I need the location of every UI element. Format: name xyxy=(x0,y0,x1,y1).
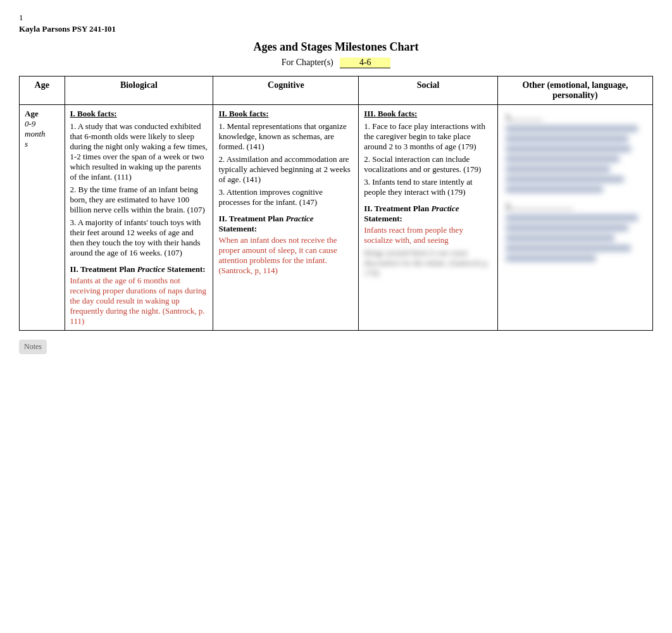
other-cell: 1. _______ 2. _______ _______ xyxy=(497,105,652,331)
soc-treatment-text: Infants react from people they socialize… xyxy=(364,225,492,245)
bio-fact-3: 3. A majority of infants' touch toys wit… xyxy=(70,218,208,258)
milestones-table: Age Biological Cognitive Social Other (e… xyxy=(19,76,653,331)
bio-treatment-text: Infants at the age of 6 months not recei… xyxy=(70,276,208,326)
age-label: Age xyxy=(25,109,59,119)
col-header-other: Other (emotional, language, personality) xyxy=(497,77,652,105)
chapter-label: For Chapter(s) xyxy=(282,58,333,67)
bio-treatment-heading: II. Treatment Plan Practice Statement: xyxy=(70,264,208,274)
social-cell: III. Book facts: 1. Face to face play in… xyxy=(359,105,498,331)
biological-cell: I. Book facts: 1. A study that was condu… xyxy=(65,105,213,331)
bottom-bar-text: Notes xyxy=(24,342,42,351)
bio-section-heading: I. Book facts: xyxy=(70,109,208,119)
col-header-social: Social xyxy=(359,77,498,105)
cog-treatment-heading: II. Treatment Plan Practice Statement: xyxy=(218,214,353,234)
bio-fact-2: 2. By the time frame of an infant being … xyxy=(70,185,208,215)
cog-fact-1: 1. Mental representations that organize … xyxy=(218,121,353,152)
chapter-line: For Chapter(s) 4-6 xyxy=(19,58,653,68)
col-header-age: Age xyxy=(20,77,65,105)
age-range-part2: month xyxy=(25,129,46,138)
soc-fact-1: 1. Face to face play interactions with t… xyxy=(364,121,492,152)
page: 1 Kayla Parsons PSY 241-I01 Ages and Sta… xyxy=(0,0,672,633)
soc-facts-list: 1. Face to face play interactions with t… xyxy=(364,121,492,197)
col-header-biological: Biological xyxy=(65,77,213,105)
chart-title: Ages and Stages Milestones Chart xyxy=(19,40,653,54)
cog-treatment-text: When an infant does not receive the prop… xyxy=(218,235,353,276)
age-range-part3: s xyxy=(25,139,28,149)
soc-section-heading: III. Book facts: xyxy=(364,109,492,119)
col-header-cognitive: Cognitive xyxy=(213,77,359,105)
cog-section-heading: II. Book facts: xyxy=(218,109,353,119)
age-range-part1: 0-9 xyxy=(25,119,35,128)
soc-treatment-heading: II. Treatment Plan Practice Statement: xyxy=(364,204,492,224)
cog-fact-2: 2. Assimilation and accommodation are ty… xyxy=(218,154,353,185)
page-number: 1 xyxy=(19,13,653,23)
soc-fact-3: 3. Infants tend to stare intently at peo… xyxy=(364,177,492,197)
chapter-value: 4-6 xyxy=(340,58,390,68)
cog-facts-list: 1. Mental representations that organize … xyxy=(218,121,353,207)
bottom-bar: Notes xyxy=(19,340,47,354)
age-range: 0-9 month s xyxy=(25,119,59,149)
soc-fact-2: 2. Social interaction can include vocali… xyxy=(364,154,492,175)
other-blurred-content: 1. _______ 2. _______ _______ xyxy=(503,109,647,267)
bio-fact-1: 1. A study that was conducted exhibited … xyxy=(70,121,208,182)
cognitive-cell: II. Book facts: 1. Mental representation… xyxy=(213,105,359,331)
author-name: Kayla Parsons PSY 241-I01 xyxy=(19,24,653,34)
cog-fact-3: 3. Attention improves cognitive processe… xyxy=(218,187,353,207)
soc-treatment-text-blurred: things around them it can cause discomfo… xyxy=(364,248,492,278)
bio-facts-list: 1. A study that was conducted exhibited … xyxy=(70,121,208,258)
age-cell: Age 0-9 month s xyxy=(20,105,65,331)
